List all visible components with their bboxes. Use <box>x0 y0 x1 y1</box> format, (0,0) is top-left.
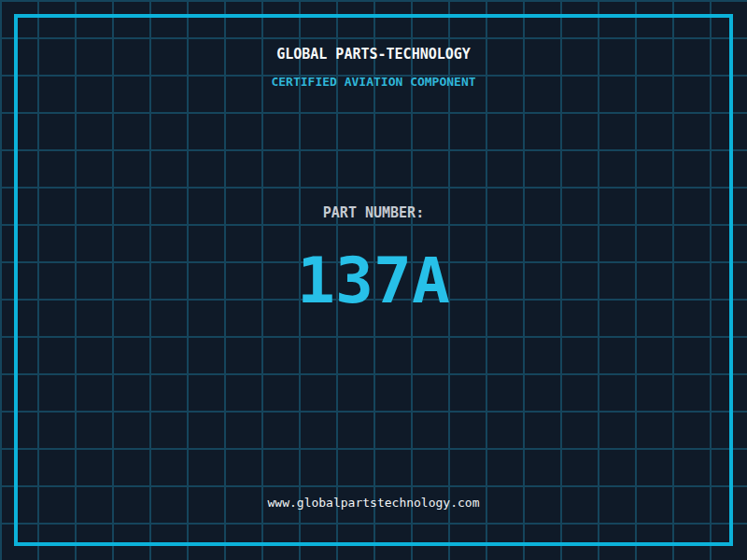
company-title: GLOBAL PARTS-TECHNOLOGY <box>0 46 747 63</box>
website-url: www.globalpartstechnology.com <box>0 497 747 510</box>
certification-subtitle: CERTIFIED AVIATION COMPONENT <box>0 76 747 89</box>
certificate-screen: GLOBAL PARTS-TECHNOLOGY CERTIFIED AVIATI… <box>0 0 747 560</box>
part-number-label: PART NUMBER: <box>0 204 747 221</box>
part-number-value: 137A <box>0 249 747 313</box>
